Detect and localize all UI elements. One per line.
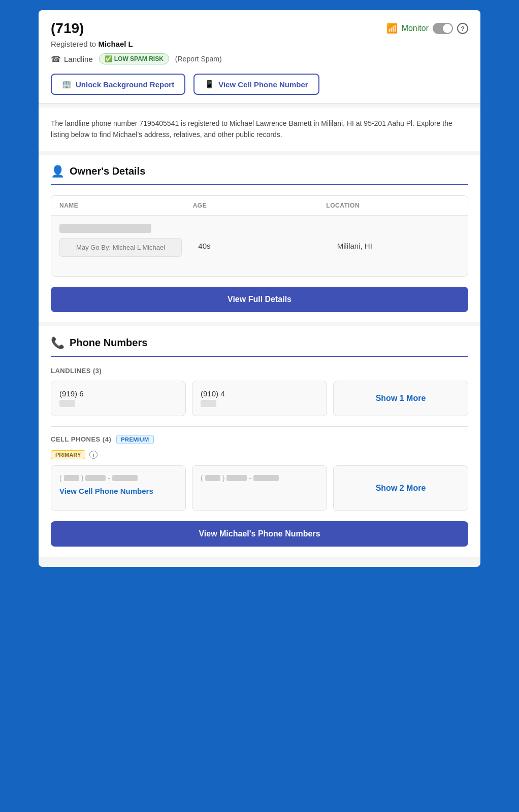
- cell-phones-label: CELL PHONES (4): [51, 435, 111, 443]
- cell-phones-header: CELL PHONES (4) PREMIUM: [51, 435, 468, 444]
- phone-meta: ☎ Landline ✅ LOW SPAM RISK (Report Spam): [51, 53, 468, 64]
- owner-alias: May Go By: Micheal L Michael: [65, 244, 176, 251]
- header: (719) 📶 Monitor ? Registered to Michael …: [39, 10, 480, 104]
- landlines-label: LANDLINES (3): [51, 367, 468, 375]
- phone-numbers-section: 📞 Phone Numbers LANDLINES (3) (919) 6 (9…: [39, 326, 480, 557]
- cell-phone-card-1: ( ) - View Cell Phone Numbers: [51, 465, 186, 511]
- show-1-more-link[interactable]: Show 1 More: [376, 394, 426, 403]
- phone-numbers-icon: 📞: [51, 336, 64, 350]
- view-full-details-button[interactable]: View Full Details: [51, 287, 468, 312]
- action-buttons: 🏢 Unlock Background Report 📱 View Cell P…: [51, 74, 468, 95]
- view-cell-phone-button[interactable]: 📱 View Cell Phone Number: [193, 74, 319, 95]
- col-name-header: NAME: [59, 202, 193, 209]
- col-location-header: LOCATION: [326, 202, 460, 209]
- show-2-more-link[interactable]: Show 2 More: [376, 484, 426, 493]
- cell-blur-6: [253, 475, 279, 481]
- cell-blur-3: [112, 475, 138, 481]
- show-2-more-card[interactable]: Show 2 More: [333, 465, 468, 511]
- premium-badge: PREMIUM: [116, 435, 153, 444]
- report-spam-link[interactable]: (Report Spam): [175, 55, 222, 63]
- owner-age: 40s: [198, 242, 210, 250]
- cell-blur-2: [85, 475, 106, 481]
- landline-card-2: (910) 4: [192, 381, 327, 416]
- landline-icon: ☎: [51, 54, 61, 64]
- cell-blur-4: [205, 475, 220, 481]
- owner-location-cell: Mililani, HI: [329, 215, 468, 276]
- shield-icon: ✅: [105, 55, 112, 62]
- registered-to: Registered to Michael L: [51, 40, 468, 48]
- monitor-section: 📶 Monitor ?: [386, 23, 468, 34]
- description-text: The landline phone number 7195405541 is …: [51, 118, 468, 141]
- owner-location: Mililani, HI: [337, 242, 372, 250]
- show-1-more-card[interactable]: Show 1 More: [333, 381, 468, 416]
- landlines-grid: (919) 6 (910) 4 Show 1 More: [51, 381, 468, 416]
- owner-name-cell: May Go By: Micheal L Michael: [51, 215, 190, 276]
- landline-label: ☎ Landline: [51, 54, 93, 64]
- registered-name: Michael L: [98, 40, 133, 48]
- landline-2-blur: [201, 400, 216, 407]
- cell-blur-5: [226, 475, 247, 481]
- unlock-background-button[interactable]: 🏢 Unlock Background Report: [51, 74, 185, 95]
- landline-card-1: (919) 6: [51, 381, 186, 416]
- phone-numbers-title: 📞 Phone Numbers: [51, 336, 468, 357]
- owners-details-title: 👤 Owner's Details: [51, 165, 468, 185]
- building-icon: 🏢: [62, 80, 72, 89]
- monitor-label: Monitor: [402, 24, 429, 33]
- landline-1-text: (919) 6: [59, 389, 84, 398]
- description-section: The landline phone number 7195405541 is …: [39, 108, 480, 151]
- cell-phone-card-2: ( ) -: [192, 465, 327, 511]
- owners-details-section: 👤 Owner's Details NAME AGE LOCATION May …: [39, 155, 480, 322]
- view-michael-phone-numbers-button[interactable]: View Michael's Phone Numbers: [51, 521, 468, 547]
- view-cell-phone-numbers-link[interactable]: View Cell Phone Numbers: [59, 486, 177, 496]
- cell-phones-grid: ( ) - View Cell Phone Numbers ( ) -: [51, 465, 468, 511]
- help-icon[interactable]: ?: [457, 23, 468, 34]
- monitor-toggle[interactable]: [433, 23, 453, 34]
- owner-age-cell: 40s: [190, 215, 329, 276]
- monitor-icon: 📶: [386, 23, 398, 34]
- person-icon: 👤: [51, 165, 64, 178]
- divider: [51, 426, 468, 427]
- info-icon[interactable]: i: [89, 451, 98, 459]
- phone-number: (719): [51, 20, 84, 37]
- phone-icon: 📱: [205, 80, 214, 89]
- primary-row: PRIMARY i: [51, 450, 468, 459]
- cell-blur-line-1: ( ) -: [59, 474, 177, 482]
- landline-1-blur: [59, 400, 75, 407]
- owner-table-body: May Go By: Micheal L Michael 40s Mililan…: [51, 215, 468, 276]
- name-alias-box: May Go By: Micheal L Michael: [59, 238, 182, 257]
- primary-badge: PRIMARY: [51, 450, 85, 459]
- owner-card: NAME AGE LOCATION May Go By: Micheal L M…: [51, 195, 468, 277]
- landline-2-text: (910) 4: [201, 389, 225, 398]
- owner-table-header: NAME AGE LOCATION: [51, 196, 468, 215]
- cell-blur-1: [64, 475, 79, 481]
- page-container: (719) 📶 Monitor ? Registered to Michael …: [39, 10, 480, 567]
- spam-badge: ✅ LOW SPAM RISK: [99, 53, 169, 64]
- cell-blur-line-2: ( ) -: [201, 474, 318, 482]
- name-blur-bar: [59, 224, 151, 233]
- col-age-header: AGE: [193, 202, 327, 209]
